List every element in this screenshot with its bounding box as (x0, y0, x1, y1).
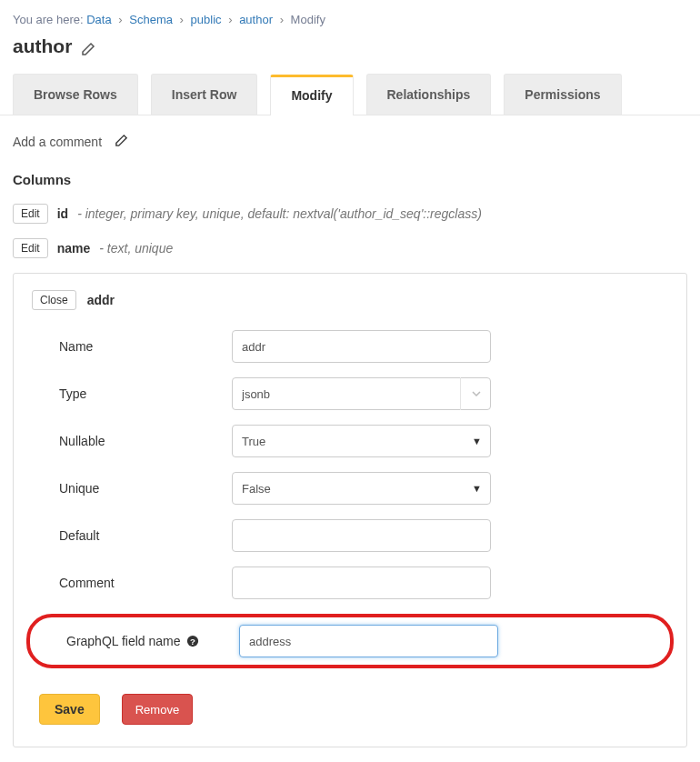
field-label-type: Type (32, 386, 232, 401)
tab-insert-row[interactable]: Insert Row (151, 74, 258, 115)
breadcrumb-link-data[interactable]: Data (86, 13, 111, 26)
breadcrumb-link-public[interactable]: public (191, 13, 222, 26)
unique-select[interactable]: False (232, 472, 491, 505)
edit-icon[interactable] (81, 39, 95, 54)
tab-browse-rows[interactable]: Browse Rows (13, 74, 138, 115)
tab-permissions[interactable]: Permissions (504, 74, 621, 115)
breadcrumb: You are here: Data › Schema › public › a… (0, 0, 700, 35)
highlight-annotation: GraphQL field name ? (26, 614, 674, 668)
default-input[interactable] (232, 519, 491, 552)
breadcrumb-current: Modify (291, 13, 325, 26)
chevron-right-icon: › (180, 13, 184, 26)
column-row-name: Edit name - text, unique (13, 238, 687, 258)
graphql-field-input[interactable] (239, 625, 498, 657)
breadcrumb-prefix: You are here: (13, 13, 84, 26)
column-desc: - integer, primary key, unique, default:… (77, 206, 482, 221)
tab-relationships[interactable]: Relationships (366, 74, 492, 115)
field-label-default: Default (32, 528, 232, 543)
field-label-graphql: GraphQL field name ? (39, 634, 239, 648)
column-name: name (57, 241, 91, 256)
save-button[interactable]: Save (39, 694, 100, 725)
comment-input[interactable] (232, 566, 491, 599)
column-desc: - text, unique (99, 241, 173, 256)
nullable-select[interactable]: True (232, 425, 491, 457)
add-comment[interactable]: Add a comment (13, 134, 687, 150)
chevron-right-icon: › (228, 13, 232, 26)
page-title-text: author (13, 35, 72, 57)
edit-button[interactable]: Edit (13, 204, 48, 224)
column-row-id: Edit id - integer, primary key, unique, … (13, 204, 687, 224)
close-button[interactable]: Close (32, 290, 76, 310)
column-name: addr (87, 293, 115, 307)
edit-button[interactable]: Edit (13, 238, 48, 258)
chevron-right-icon: › (118, 13, 122, 26)
tab-modify[interactable]: Modify (270, 75, 353, 115)
field-label-name: Name (32, 339, 232, 354)
remove-button[interactable]: Remove (122, 694, 193, 725)
field-label-unique: Unique (32, 481, 232, 496)
field-label-comment: Comment (32, 576, 232, 590)
add-comment-label: Add a comment (13, 135, 102, 149)
help-icon[interactable]: ? (186, 635, 200, 648)
name-input[interactable] (232, 330, 491, 363)
breadcrumb-link-schema[interactable]: Schema (129, 13, 173, 26)
column-edit-panel: Close addr Name Type Nullable True ▼ (13, 273, 687, 747)
edit-icon (115, 134, 128, 150)
columns-heading: Columns (13, 172, 687, 187)
type-input[interactable] (232, 377, 491, 410)
breadcrumb-link-author[interactable]: author (239, 13, 273, 26)
field-label-nullable: Nullable (32, 434, 232, 448)
page-title: author (0, 35, 700, 74)
chevron-right-icon: › (280, 13, 284, 26)
tabs: Browse Rows Insert Row Modify Relationsh… (0, 74, 700, 115)
column-name: id (57, 206, 68, 221)
svg-text:?: ? (190, 637, 195, 647)
